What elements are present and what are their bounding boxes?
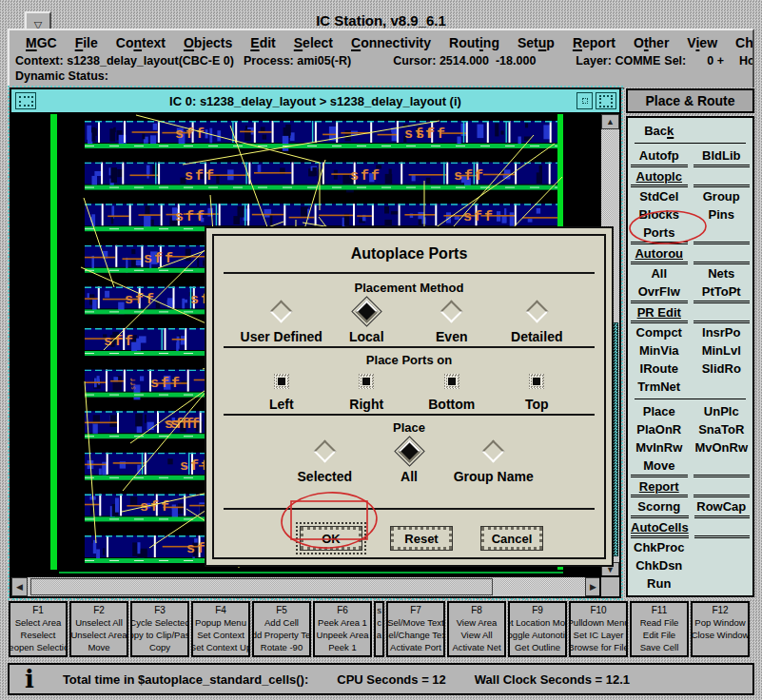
palette-item-back[interactable]: Back: [628, 124, 691, 138]
palette-section-pr-edit[interactable]: PR Edit: [631, 301, 688, 323]
menu-report[interactable]: Report: [573, 35, 615, 50]
menu-connectivity[interactable]: Connectivity: [351, 35, 431, 50]
reset-button[interactable]: Reset: [391, 527, 452, 550]
option-group-name[interactable]: Group Name: [451, 440, 536, 484]
palette-item-snator[interactable]: SnaToR: [691, 422, 753, 437]
option-right[interactable]: Right: [324, 373, 410, 412]
option-top[interactable]: Top: [495, 373, 580, 412]
checkbox-on-icon[interactable]: [444, 374, 459, 389]
radio-diamond-off-icon[interactable]: [270, 300, 293, 322]
horizontal-scrollbar[interactable]: ◀ ▶: [11, 575, 601, 596]
menu-routing[interactable]: Routing: [449, 35, 499, 50]
fkey-action: Copy to Clip/Paste: [130, 629, 189, 641]
menu-view[interactable]: View: [687, 35, 717, 50]
option-left[interactable]: Left: [239, 373, 324, 412]
menu-other[interactable]: Other: [634, 35, 669, 50]
menu-mgc[interactable]: MGC: [26, 35, 57, 50]
fkey-f11[interactable]: F11Read FileEdit FileSave Cell: [630, 601, 689, 657]
option-even[interactable]: Even: [409, 301, 495, 344]
palette-item-iroute[interactable]: IRoute: [628, 361, 691, 376]
radio-diamond-on-icon[interactable]: [355, 300, 378, 322]
option-all[interactable]: All: [367, 440, 452, 484]
palette-section-autoplc[interactable]: Autoplc: [631, 165, 688, 187]
fkey-f5[interactable]: F5Add CellAdd Property TextRotate -90: [252, 601, 311, 657]
palette-item-chkproc[interactable]: ChkProc: [628, 540, 691, 554]
radio-diamond-off-icon[interactable]: [313, 439, 336, 462]
fkey-f12[interactable]: F12Pop WindowClose Window: [691, 601, 750, 657]
palette-item-mvonrw[interactable]: MvOnRw: [691, 440, 753, 455]
palette-item-scorng[interactable]: Scorng: [628, 499, 691, 514]
fkey-label: F6: [337, 604, 348, 616]
palette-row: MvInRwMvOnRw: [628, 438, 752, 457]
option-local[interactable]: Local: [324, 301, 410, 344]
palette-item-trmnet[interactable]: TrmNet: [628, 379, 691, 394]
palette-item-group[interactable]: Group: [691, 189, 753, 204]
palette-item-blocks[interactable]: Blocks: [628, 207, 691, 222]
palette-row: TrmNet: [628, 378, 752, 396]
palette-item-minlvl[interactable]: MinLvl: [691, 343, 753, 358]
divider: [224, 414, 595, 416]
palette-item-autofp[interactable]: Autofp: [628, 148, 691, 163]
palette-section-autorou[interactable]: Autorou: [631, 242, 688, 264]
fkey-f2[interactable]: F2Unselect AllUnselect AreaMove: [69, 601, 128, 657]
palette-item-move[interactable]: Move: [628, 458, 691, 473]
option-detailed[interactable]: Detailed: [495, 301, 580, 344]
menu-checking[interactable]: Checking: [735, 35, 752, 50]
palette-item-all[interactable]: All: [628, 266, 691, 281]
palette-item-pins[interactable]: Pins: [691, 207, 753, 222]
radio-diamond-off-icon[interactable]: [525, 300, 548, 322]
checkbox-on-icon[interactable]: [359, 374, 374, 389]
radio-diamond-off-icon[interactable]: [440, 300, 463, 322]
menu-file[interactable]: File: [75, 35, 98, 50]
canvas-maximize-button[interactable]: [596, 92, 616, 109]
option-selected[interactable]: Selected: [283, 440, 367, 484]
palette-item-minvia[interactable]: MinVia: [628, 343, 691, 358]
fkey-f8[interactable]: F8View AreaView AllActivate Net: [447, 601, 506, 657]
fkey-f10[interactable]: F10Pulldown MenuSet IC LayerBrowse for F…: [569, 601, 628, 657]
palette-item-insrpo[interactable]: InsrPo: [691, 325, 753, 340]
option-bottom[interactable]: Bottom: [409, 373, 495, 412]
palette-item-nets[interactable]: Nets: [691, 266, 753, 281]
checkbox-on-icon[interactable]: [529, 374, 544, 389]
palette-item-pttopt[interactable]: PtToPt: [691, 284, 753, 299]
radio-diamond-off-icon[interactable]: [482, 439, 505, 462]
palette-section-autocells[interactable]: AutoCells: [631, 515, 689, 538]
palette-item-run[interactable]: Run: [628, 576, 691, 591]
palette-item-ovrflw[interactable]: OvrFlw: [628, 284, 691, 299]
menu-setup[interactable]: Setup: [518, 35, 555, 50]
palette-item-stdcel[interactable]: StdCel: [628, 189, 691, 204]
cancel-button[interactable]: Cancel: [481, 527, 542, 550]
fkey-clipped[interactable]: sca: [374, 601, 384, 657]
fkey-f4[interactable]: F4Popup MenuSet ContextSet Context Up: [191, 601, 250, 657]
menu-select[interactable]: Select: [294, 35, 333, 50]
fkey-f1[interactable]: F1Select AreaReselectReopen Selection: [9, 601, 68, 657]
palette-item-compct[interactable]: Compct: [628, 325, 691, 340]
option-user-defined[interactable]: User Defined: [239, 301, 324, 344]
canvas-minimize-button[interactable]: [576, 92, 593, 109]
canvas-window-menu-button[interactable]: [15, 92, 36, 109]
scroll-up-arrow[interactable]: ▲: [601, 114, 619, 129]
palette-item-rowcap[interactable]: RowCap: [691, 499, 753, 514]
fkey-f3[interactable]: F3Cycle SelectedCopy to Clip/PasteCopy: [130, 601, 189, 657]
palette-item-ports[interactable]: Ports: [628, 225, 691, 240]
palette-item-slidro[interactable]: SlidRo: [691, 361, 753, 376]
radio-diamond-on-icon[interactable]: [398, 439, 420, 462]
fkey-f7[interactable]: F7Sel/Move TextSel/Change TextActivate P…: [386, 601, 445, 657]
palette-row: Ports: [628, 224, 752, 242]
palette-item-chkdsn[interactable]: ChkDsn: [628, 558, 691, 573]
palette-section-report[interactable]: Report: [631, 475, 688, 497]
fkey-f9[interactable]: F9Set Location ModeToggle AutonotifyGet …: [508, 601, 567, 657]
palette-item-bldlib[interactable]: BldLib: [691, 148, 753, 163]
ok-button[interactable]: OK: [301, 527, 361, 550]
palette-item-mvinrw[interactable]: MvInRw: [628, 440, 691, 455]
horizontal-scrollbar-thumb[interactable]: [30, 578, 493, 595]
checkbox-on-icon[interactable]: [274, 374, 289, 389]
menu-edit[interactable]: Edit: [250, 35, 275, 50]
palette-item-place[interactable]: Place: [628, 404, 691, 418]
fkey-f6[interactable]: F6Peek Area 1Unpeek AreaPeek 1: [313, 601, 372, 657]
scroll-left-arrow[interactable]: ◀: [11, 577, 28, 596]
menu-context[interactable]: Context: [116, 35, 166, 50]
menu-objects[interactable]: Objects: [184, 35, 232, 50]
palette-item-unplc[interactable]: UnPlc: [691, 404, 753, 418]
palette-item-plaonr[interactable]: PlaOnR: [628, 422, 691, 437]
